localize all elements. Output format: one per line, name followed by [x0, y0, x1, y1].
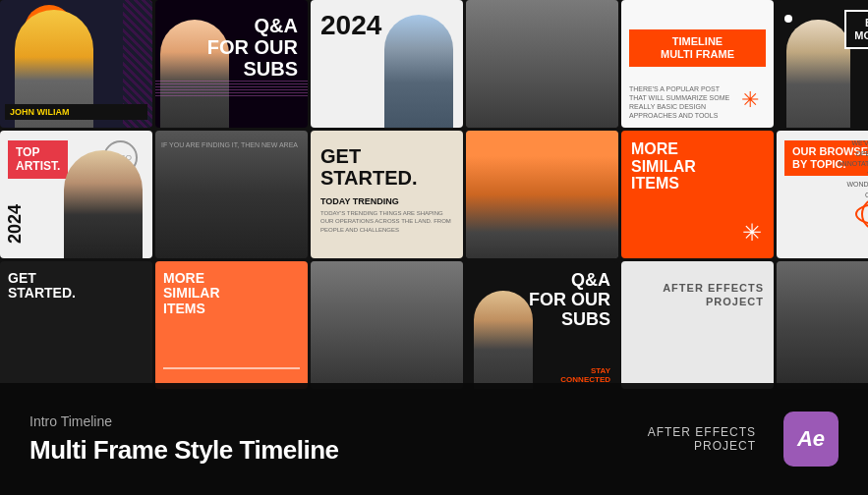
cell-qa-dark: Q&AFOR OURSUBS STAYCONNECTED: [466, 261, 618, 389]
ae-label-bottom: PROJECT: [648, 439, 756, 453]
line-accent: [163, 367, 300, 369]
best-moment-badge: BESTMOMENT.: [844, 10, 868, 49]
main-title: Multi Frame Style Timeline: [29, 435, 628, 466]
cell-timeline-multiframe: TIMELINEMULTI FRAME ✳ THERE'S A POPULAR …: [621, 0, 774, 128]
today-text: TODAY'S TRENDING THINGS ARE SHAPING OUR …: [320, 209, 453, 234]
year-side-7: 2024: [5, 204, 26, 244]
more-similar-text: MORESIMILARITEMS: [631, 140, 696, 192]
tmf-badge: TIMELINEMULTI FRAME: [629, 29, 766, 67]
person-shape4: [466, 0, 618, 128]
svg-point-1: [862, 198, 868, 230]
person-shape3: [384, 15, 453, 128]
bottom-bar: Intro Timeline Multi Frame Style Timelin…: [0, 383, 868, 495]
ae-icon: Ae: [797, 426, 825, 452]
dot-accent: [784, 15, 792, 23]
bottom-text-area: Intro Timeline Multi Frame Style Timelin…: [29, 413, 628, 466]
cell-get-started-dark: GETSTARTED.: [0, 261, 152, 389]
cell-dark-person-2: [311, 261, 463, 389]
cell-john-william: JOHN WILIAM: [0, 0, 152, 128]
star-icon-11: ✳: [742, 219, 762, 247]
ae-label-top: AFTER EFFECTS: [648, 425, 756, 439]
ae-project-label: AFTER EFFECTS PROJECT: [663, 281, 764, 309]
cell-best-moment: BESTMOMENT. 2024: [777, 0, 868, 128]
ae-badge: Ae: [783, 412, 839, 467]
cell-2024: 2024: [311, 0, 463, 128]
cell-orange-person: [466, 131, 618, 258]
ae-label-area: AFTER EFFECTS PROJECT: [648, 425, 756, 453]
person-shape10: [466, 131, 618, 258]
star-icon: ✳: [741, 87, 759, 113]
person-shape7: [64, 150, 143, 258]
spiral-accent: [853, 190, 868, 248]
small-text: THERE'S A POPULAR POST THAT WILL SUMMARI…: [629, 84, 734, 120]
main-container: JOHN WILIAM Q&AFOR OURSUBS 2024 TIMELINE…: [0, 0, 868, 495]
stay-connected-text: STAYCONNECTED: [560, 366, 610, 384]
grid-area: JOHN WILIAM Q&AFOR OURSUBS 2024 TIMELINE…: [0, 0, 868, 383]
year-text: 2024: [320, 10, 381, 41]
today-title: TODAY TRENDING: [320, 196, 453, 206]
lines-accent: [155, 79, 308, 98]
today-trending-area: TODAY TRENDING TODAY'S TRENDING THINGS A…: [320, 196, 453, 234]
cell-dark-person: [466, 0, 618, 128]
cell-more-similar-orange: MORESIMILARITEMS: [155, 261, 308, 389]
people18: [777, 261, 868, 389]
person15: [311, 261, 463, 389]
cell-after-effects: AFTER EFFECTS PROJECT: [621, 261, 774, 389]
spiral-svg: [853, 190, 868, 239]
intro-label: Intro Timeline: [29, 413, 628, 429]
name-badge: JOHN WILIAM: [5, 104, 147, 120]
cell-get-started: GETSTARTED. TODAY TRENDING TODAY'S TREND…: [311, 131, 463, 258]
cell-more-similar: MORESIMILARITEMS ✳: [621, 131, 774, 258]
cell-top-artist: TOPARTIST. LOGO 2024: [0, 131, 152, 258]
qa-text: Q&AFOR OURSUBS: [207, 15, 298, 80]
ae-label-top: AFTER EFFECTS: [663, 282, 764, 294]
cell-group-people: [777, 261, 868, 389]
ae-label-bottom: PROJECT: [706, 296, 764, 307]
qa-dark-text: Q&AFOR OURSUBS: [529, 271, 610, 329]
cell-dark-fashion: IF YOU ARE FINDING IT, THEN NEW AREA: [155, 131, 308, 258]
text-overlay-8: IF YOU ARE FINDING IT, THEN NEW AREA: [161, 140, 298, 151]
top-artist-badge: TOPARTIST.: [8, 140, 68, 179]
cell-qa: Q&AFOR OURSUBS: [155, 0, 308, 128]
cell-browse-topic: OUR BROWSEBY TOPIC. WE'VE PUBLISHED OPEN…: [777, 131, 868, 258]
get-started-text: GETSTARTED.: [320, 145, 418, 189]
person-shape6: [786, 20, 850, 128]
person16: [474, 291, 533, 389]
more-similar-orange-text: MORESIMILARITEMS: [163, 271, 220, 316]
get-started-dark-text: GETSTARTED.: [8, 271, 76, 302]
